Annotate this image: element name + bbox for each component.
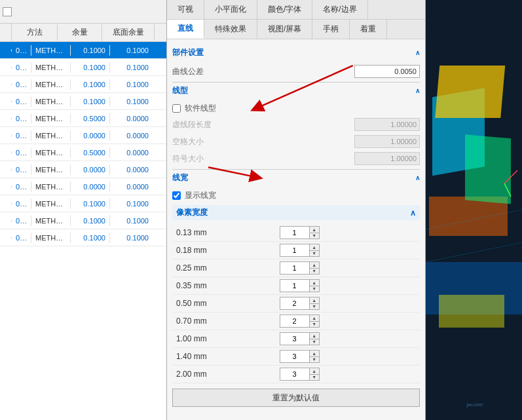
- table-row[interactable]: 01... METHOD 0.1000 0.1000: [0, 59, 166, 76]
- r2-cell: 0.1000: [110, 45, 153, 56]
- soft-linetype-label: 软件线型: [185, 103, 216, 114]
- spinbox-input-1[interactable]: [280, 244, 309, 257]
- table-row[interactable]: 01... METHOD 0.1000 0.1000: [0, 93, 166, 110]
- expand-cell: [0, 220, 12, 222]
- spinbox-input-7[interactable]: [280, 350, 309, 363]
- tab-view-screen[interactable]: 视图/屏幕: [257, 20, 312, 39]
- tab-line[interactable]: 直线: [167, 20, 204, 39]
- expand-cell: [0, 185, 12, 188]
- spinbox-up-1[interactable]: ▲: [310, 244, 319, 250]
- spinbox-input-4[interactable]: [280, 297, 309, 310]
- spinbox-up-2[interactable]: ▲: [310, 262, 319, 268]
- table-row[interactable]: 01... METHOD 0.1000 0.1000: [0, 212, 166, 229]
- spinbox-buttons-0: ▲ ▼: [309, 226, 320, 239]
- dash-length-label: 虚线段长度: [172, 119, 354, 130]
- pixel-width-value-cell: ▲ ▼: [276, 224, 420, 242]
- spinbox-input-3[interactable]: [280, 279, 309, 292]
- pixel-width-row: 0.18 mm ▲ ▼: [172, 242, 420, 259]
- pixel-width-chevron-icon[interactable]: ∧: [410, 208, 416, 218]
- spinbox-0: ▲ ▼: [280, 226, 326, 239]
- svg-text:jw.com: jw.com: [466, 402, 483, 408]
- table-body: 01... METHOD 0.1000 0.1000 01... METHOD …: [0, 42, 166, 420]
- expand-cell: [0, 202, 12, 205]
- spinbox-down-1[interactable]: ▼: [310, 250, 319, 256]
- soft-linetype-checkbox[interactable]: [172, 104, 181, 113]
- spinbox-input-2[interactable]: [280, 261, 309, 275]
- spinbox-up-3[interactable]: ▲: [310, 280, 319, 286]
- table-row[interactable]: 01... METHOD 0.1000 0.1000: [0, 195, 166, 212]
- method-cell: METHOD: [31, 96, 71, 107]
- symbol-size-input: [354, 152, 420, 165]
- expand-cell: [0, 237, 12, 239]
- svg-rect-7: [465, 134, 511, 204]
- spinbox-down-8[interactable]: ▼: [310, 374, 319, 380]
- spinbox-up-0[interactable]: ▲: [310, 227, 319, 233]
- linewidth-chevron-icon[interactable]: ∧: [415, 174, 420, 181]
- left-table-panel: 方法 余量 底面余量 01... METHOD 0.1000 0.1000 01…: [0, 0, 167, 420]
- tab-handle[interactable]: 手柄: [312, 20, 350, 39]
- id-cell: 01...: [12, 130, 31, 141]
- spinbox-4: ▲ ▼: [280, 297, 326, 310]
- pixel-width-value-cell: ▲ ▼: [276, 313, 420, 330]
- r2-cell: 0.1000: [110, 79, 153, 90]
- expand-cell: [0, 83, 12, 86]
- spinbox-down-5[interactable]: ▼: [310, 321, 319, 327]
- expand-cell: [0, 168, 12, 171]
- spinbox-6: ▲ ▼: [280, 332, 326, 345]
- table-row[interactable]: 01... METHOD 0.0000 0.0000: [0, 127, 166, 144]
- right-viewport-panel: jw.com: [426, 0, 522, 420]
- spinbox-down-6[interactable]: ▼: [310, 339, 319, 345]
- pixel-width-row: 0.50 mm ▲ ▼: [172, 295, 420, 313]
- r1-cell: 0.1000: [71, 62, 110, 73]
- spinbox-input-0[interactable]: [280, 226, 309, 239]
- tab-row-1: 可视 小平面化 颜色/字体 名称/边界: [167, 0, 425, 20]
- id-cell: 01...: [12, 113, 31, 124]
- spinbox-input-5[interactable]: [280, 315, 309, 328]
- spinbox-up-7[interactable]: ▲: [310, 351, 319, 356]
- r1-cell: 0.1000: [71, 45, 110, 56]
- tab-visible[interactable]: 可视: [167, 0, 204, 19]
- spinbox-input-8[interactable]: [280, 368, 309, 381]
- spinbox-down-2[interactable]: ▼: [310, 268, 319, 274]
- spinbox-down-4[interactable]: ▼: [310, 303, 319, 309]
- spinbox-up-5[interactable]: ▲: [310, 315, 319, 321]
- spinbox-down-3[interactable]: ▼: [310, 286, 319, 292]
- spinbox-down-7[interactable]: ▼: [310, 356, 319, 362]
- table-row[interactable]: 01... METHOD 0.5000 0.0000: [0, 110, 166, 127]
- tab-name-border[interactable]: 名称/边界: [312, 0, 367, 19]
- pixel-width-label-cell: 2.00 mm: [172, 366, 276, 383]
- pixel-width-label-cell: 0.13 mm: [172, 224, 276, 242]
- r2-cell: 0.1000: [110, 62, 153, 73]
- tab-flatten[interactable]: 小平面化: [204, 0, 257, 19]
- tab-color-font[interactable]: 颜色/字体: [257, 0, 312, 19]
- tab-special-effects[interactable]: 特殊效果: [204, 20, 257, 39]
- table-row[interactable]: 01... METHOD 0.0000 0.0000: [0, 178, 166, 195]
- tab-emphasis[interactable]: 着重: [350, 20, 387, 39]
- symbol-size-label: 符号大小: [172, 153, 354, 164]
- spinbox-up-8[interactable]: ▲: [310, 368, 319, 374]
- table-row[interactable]: 01... METHOD 0.1000 0.1000: [0, 229, 166, 246]
- table-row[interactable]: 01... METHOD 0.0000 0.0000: [0, 161, 166, 178]
- table-row[interactable]: 01... METHOD 0.5000 0.0000: [0, 144, 166, 161]
- pixel-width-table: 0.13 mm ▲ ▼ 0.18 mm ▲ ▼: [172, 224, 420, 383]
- r2-cell: 0.0000: [110, 113, 153, 124]
- table-row[interactable]: 01... METHOD 0.1000 0.1000: [0, 76, 166, 93]
- curve-tolerance-input[interactable]: [354, 65, 420, 78]
- surface-col-header: 底面余量: [102, 24, 155, 41]
- pixel-width-label: 像素宽度: [176, 207, 208, 218]
- spinbox-1: ▲ ▼: [280, 244, 326, 257]
- id-cell: 01...: [12, 62, 31, 73]
- spinbox-up-6[interactable]: ▲: [310, 333, 319, 339]
- spinbox-input-6[interactable]: [280, 332, 309, 345]
- spinbox-3: ▲ ▼: [280, 279, 326, 292]
- pixel-width-label-cell: 1.40 mm: [172, 348, 276, 366]
- method-cell: METHOD: [31, 79, 71, 90]
- spinbox-up-4[interactable]: ▲: [310, 297, 319, 303]
- table-row[interactable]: 01... METHOD 0.1000 0.1000: [0, 42, 166, 59]
- linetype-chevron-icon[interactable]: ∧: [415, 87, 420, 94]
- show-linewidth-checkbox[interactable]: [172, 191, 181, 200]
- maximize-icon[interactable]: [3, 7, 12, 16]
- reset-default-button[interactable]: 重置为默认值: [172, 389, 420, 407]
- parts-chevron-icon[interactable]: ∧: [415, 49, 420, 56]
- spinbox-down-0[interactable]: ▼: [310, 233, 319, 239]
